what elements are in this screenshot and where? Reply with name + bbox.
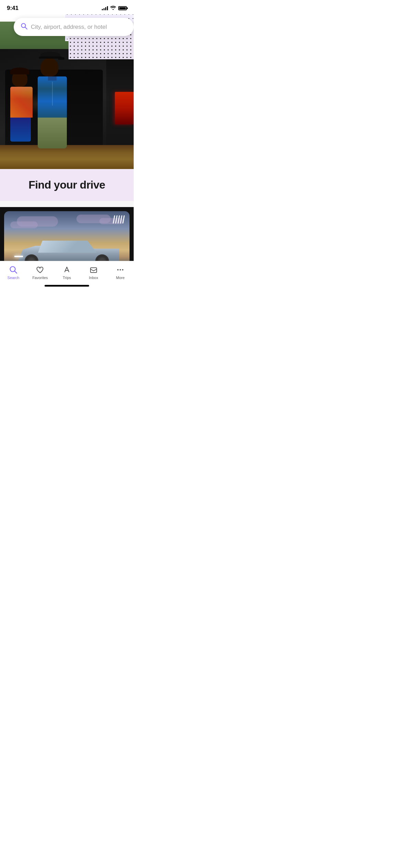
search-icon — [21, 23, 27, 31]
svg-point-7 — [120, 269, 121, 270]
tab-favorites[interactable]: Favorites — [27, 265, 53, 280]
inbox-tab-label: Inbox — [89, 276, 98, 280]
search-tab-label: Search — [8, 276, 20, 280]
tab-search[interactable]: Search — [0, 265, 27, 280]
slash-marks — [113, 215, 124, 224]
inbox-tab-icon — [89, 265, 98, 274]
cybertruck-vehicle — [4, 237, 130, 261]
promo-title: Find your drive — [7, 179, 127, 191]
more-tab-label: More — [116, 276, 124, 280]
featured-car-section — [0, 207, 134, 261]
trips-tab-icon — [62, 265, 71, 274]
svg-rect-5 — [90, 268, 97, 273]
status-icons — [102, 5, 127, 11]
favorites-tab-label: Favorites — [32, 276, 48, 280]
svg-line-3 — [15, 271, 17, 274]
svg-point-8 — [122, 269, 123, 270]
ct-headlight — [14, 256, 23, 257]
tab-more[interactable]: More — [107, 265, 134, 280]
more-tab-icon — [116, 265, 125, 274]
search-placeholder: City, airport, address, or hotel — [31, 24, 127, 31]
search-bar-container: City, airport, address, or hotel — [7, 18, 134, 36]
trips-tab-label: Trips — [63, 276, 71, 280]
ct-top — [35, 241, 97, 253]
featured-car-card[interactable] — [4, 211, 130, 261]
status-time: 9:41 — [7, 5, 19, 12]
hero-photo — [0, 22, 134, 169]
tab-inbox[interactable]: Inbox — [80, 265, 107, 280]
tab-trips[interactable]: Trips — [53, 265, 80, 280]
wifi-icon — [110, 5, 116, 11]
hero-section: City, airport, address, or hotel — [0, 0, 134, 201]
main-content: City, airport, address, or hotel — [0, 0, 134, 261]
svg-point-0 — [22, 24, 26, 28]
search-tab-icon — [9, 265, 18, 274]
svg-point-6 — [117, 269, 119, 270]
promo-banner: Find your drive — [0, 169, 134, 201]
signal-icon — [102, 6, 108, 10]
favorites-tab-icon — [36, 265, 45, 274]
status-bar: 9:41 — [0, 0, 134, 14]
svg-line-1 — [25, 27, 27, 29]
battery-icon — [118, 6, 127, 10]
search-bar[interactable]: City, airport, address, or hotel — [14, 18, 134, 36]
home-indicator — [45, 285, 89, 287]
